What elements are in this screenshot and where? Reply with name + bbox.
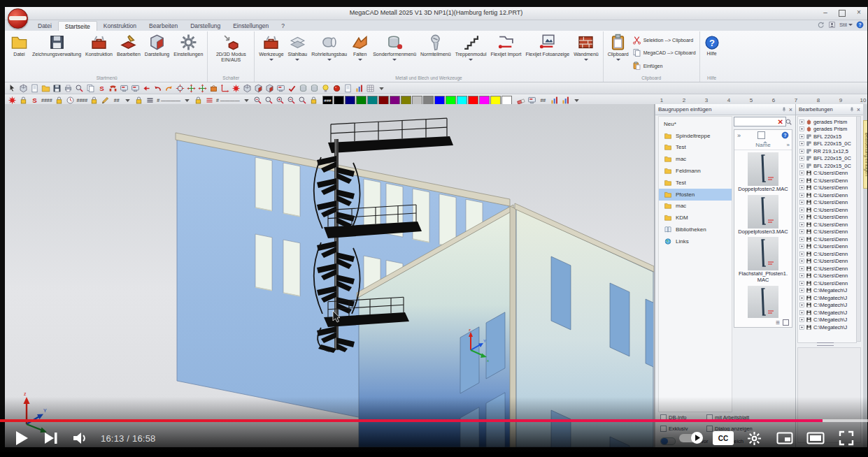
- hilfe-button[interactable]: Hilfe: [702, 32, 722, 74]
- expander-icon[interactable]: [799, 222, 804, 227]
- expander-icon[interactable]: [799, 141, 804, 146]
- expander-icon[interactable]: [799, 229, 804, 234]
- progress-bar[interactable]: [0, 419, 868, 422]
- restore-button[interactable]: [839, 10, 846, 17]
- edit-tree-item[interactable]: BFL 220x15_0C: [798, 140, 856, 148]
- clear-search-icon[interactable]: ✕: [778, 118, 783, 126]
- page-number[interactable]: 1: [650, 97, 673, 103]
- edit-tree-item[interactable]: BFL 220x15: [798, 133, 856, 140]
- edit-tree-item[interactable]: C:\Megatech\J: [798, 317, 856, 324]
- tree-item-test1[interactable]: Test: [659, 142, 732, 154]
- edit-tree-item[interactable]: C:\Users\Denn: [798, 214, 856, 222]
- bearbeiten-button[interactable]: Bearbeiten: [115, 32, 143, 74]
- settings-button[interactable]: [739, 425, 769, 451]
- new-drawing-icon[interactable]: [29, 83, 40, 93]
- play-button[interactable]: [7, 425, 36, 451]
- macro-item[interactable]: Doppelpfosten2.MAC: [734, 152, 792, 193]
- fullscreen-button[interactable]: [832, 425, 861, 451]
- expander-icon[interactable]: [799, 171, 804, 175]
- monitor-a-icon[interactable]: [119, 83, 129, 93]
- move-icon[interactable]: [186, 83, 197, 93]
- print-icon[interactable]: [63, 83, 73, 93]
- page-number[interactable]: 8: [807, 97, 830, 103]
- subtitles-button[interactable]: CC: [713, 431, 734, 445]
- list-view-icon[interactable]: ≡: [776, 319, 780, 326]
- expander-icon[interactable]: [799, 310, 804, 315]
- fill-icon[interactable]: [208, 83, 219, 93]
- expander-icon[interactable]: [799, 296, 804, 300]
- expander-icon[interactable]: [799, 193, 804, 198]
- volume-button[interactable]: [66, 425, 95, 451]
- edit-tree-item[interactable]: C:\Megatech\J: [798, 309, 856, 317]
- close-icon[interactable]: ×: [789, 107, 792, 113]
- expander-icon[interactable]: [799, 200, 804, 205]
- sheet-icon[interactable]: [343, 83, 353, 93]
- collapse-button[interactable]: »: [737, 132, 741, 139]
- pin-icon[interactable]: [781, 107, 787, 113]
- sonderformenmenue-button[interactable]: Sonderformenmenü: [371, 32, 418, 74]
- select-arrow-icon[interactable]: [7, 83, 17, 93]
- megacad-logo-icon[interactable]: [8, 8, 28, 29]
- tree-item-kdm[interactable]: KDM: [659, 212, 732, 224]
- grid-icon[interactable]: [365, 83, 376, 93]
- monitor-b-icon[interactable]: [130, 83, 141, 93]
- close-button[interactable]: ×: [855, 8, 863, 17]
- flexijet-fotoanzeige-button[interactable]: Flexijet Fotoanzeige: [524, 32, 572, 74]
- open-drawing-icon[interactable]: [41, 83, 51, 93]
- expander-icon[interactable]: [799, 252, 804, 256]
- expander-icon[interactable]: [799, 126, 804, 131]
- grid-view-icon[interactable]: [783, 319, 789, 326]
- edit-tree-item[interactable]: C:\Users\Denn: [798, 273, 856, 280]
- next-button[interactable]: [36, 425, 66, 451]
- style-dropdown[interactable]: Stil: [839, 22, 853, 28]
- 2d3d-modus-button[interactable]: 2D/3D Modus EIN/AUS: [210, 32, 252, 74]
- page-number[interactable]: 2: [673, 97, 695, 103]
- expander-icon[interactable]: [799, 237, 804, 242]
- edit-tree-item[interactable]: C:\Users\Denn: [798, 206, 856, 214]
- scale-icon[interactable]: [18, 83, 29, 93]
- theater-button[interactable]: [801, 425, 830, 451]
- bearbeitung-einfuegen-tab[interactable]: Bearbeitung einfügen: [863, 120, 867, 189]
- database-icon[interactable]: [97, 83, 107, 93]
- edit-tree-item[interactable]: C:\Users\Denn: [798, 235, 856, 243]
- werkzeuge-button[interactable]: Werkzeuge: [257, 32, 285, 74]
- tree-item-neu[interactable]: Neu*: [659, 118, 732, 130]
- expander-icon[interactable]: [799, 317, 804, 322]
- tree-item-mac2[interactable]: mac: [659, 201, 732, 212]
- edit-tree-item[interactable]: BFL 220x15_0C: [798, 162, 856, 170]
- view-mode-button[interactable]: [757, 131, 765, 139]
- edit-tree-item[interactable]: C:\Megatech\J: [798, 302, 856, 310]
- close-icon[interactable]: ×: [857, 107, 860, 113]
- edit-tree-item[interactable]: C:\Users\Denn: [798, 191, 856, 199]
- page-number[interactable]: 7: [785, 97, 807, 103]
- edit-tree-item[interactable]: C:\Users\Denn: [798, 228, 856, 236]
- page-number[interactable]: 9: [830, 97, 852, 103]
- expander-icon[interactable]: [799, 156, 804, 161]
- page-number[interactable]: 6: [762, 97, 785, 103]
- treppenmodul-button[interactable]: Treppenmodul: [453, 32, 489, 74]
- wandmenue-button[interactable]: Wandmenü: [571, 32, 601, 74]
- einfuegen-button[interactable]: Einfügen: [632, 61, 696, 71]
- copy-move-icon[interactable]: [197, 83, 208, 93]
- expander-icon[interactable]: [799, 273, 804, 278]
- edit-tree-item[interactable]: C:\Users\Denn: [798, 250, 856, 258]
- print-preview-icon[interactable]: [74, 83, 85, 93]
- einstellungen-button[interactable]: Einstellungen: [171, 32, 205, 74]
- tree-item-links[interactable]: Links: [659, 235, 732, 247]
- tab-startseite[interactable]: Startseite: [58, 21, 97, 31]
- expander-icon[interactable]: [799, 208, 804, 212]
- rohrleitungsbau-button[interactable]: Rohrleitungsbau: [309, 32, 349, 74]
- tab-help[interactable]: ?: [275, 21, 291, 31]
- axes-icon[interactable]: [220, 83, 230, 93]
- zeichnungsverwaltung-button[interactable]: Zeichnungsverwaltung: [30, 32, 83, 74]
- autoplay-toggle[interactable]: [679, 434, 702, 442]
- edit-tree-item[interactable]: gerades Prism: [798, 126, 856, 133]
- splitter-grip[interactable]: [817, 342, 834, 346]
- edit-tree-item[interactable]: C:\Megatech\J: [798, 294, 856, 302]
- expander-icon[interactable]: [799, 303, 804, 307]
- view-back-icon[interactable]: [141, 83, 152, 93]
- clipboard-button[interactable]: Clipboard: [606, 32, 631, 74]
- material-icon[interactable]: [332, 83, 342, 93]
- edit-tree-item[interactable]: C:\Megatech\J: [798, 287, 856, 295]
- undo-icon[interactable]: [152, 83, 163, 93]
